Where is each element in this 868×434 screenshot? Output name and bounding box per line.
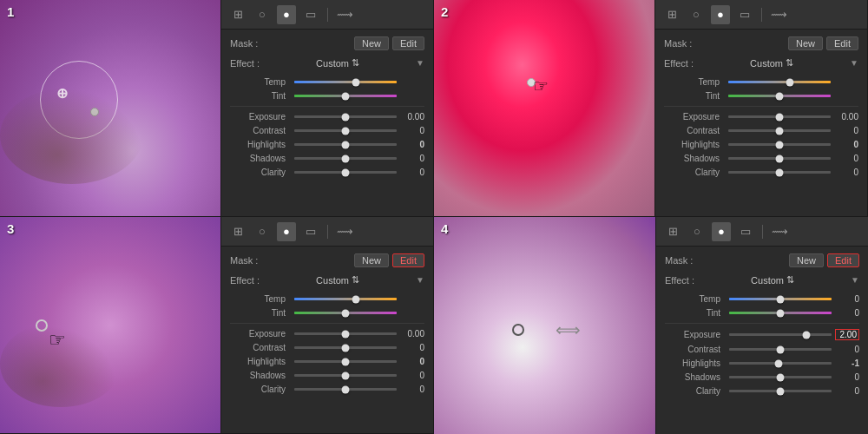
circle-tool-q3[interactable]: ○ <box>253 222 272 241</box>
shadows-slider-q3: Shadows 0 <box>230 371 424 380</box>
tint-track-q3[interactable] <box>294 312 397 314</box>
exposure-track-q2[interactable] <box>728 115 831 118</box>
highlights-handle-q3[interactable] <box>342 358 350 365</box>
brush-tool[interactable]: ⟿ <box>335 5 354 24</box>
highlights-track-q2[interactable] <box>728 143 831 146</box>
edit-btn-q3[interactable]: Edit <box>392 253 424 267</box>
shadows-handle-q4[interactable] <box>777 373 785 381</box>
contrast-track-q1[interactable] <box>294 129 397 132</box>
tint-track-q2[interactable] <box>728 95 831 97</box>
clarity-handle-q2[interactable] <box>776 168 784 176</box>
brush-tool-q2[interactable]: ⟿ <box>769 5 788 24</box>
contrast-handle-q2[interactable] <box>776 127 784 135</box>
exposure-handle-q4[interactable] <box>802 331 810 339</box>
photo-q1[interactable]: 1 ⊕ <box>0 0 220 216</box>
shadows-track-q1[interactable] <box>294 157 397 160</box>
effect-select-q4[interactable]: Custom ⇅ <box>751 274 794 286</box>
shadows-handle-q1[interactable] <box>342 155 350 162</box>
clarity-handle-q4[interactable] <box>777 387 785 395</box>
edit-btn-q4[interactable]: Edit <box>827 253 859 267</box>
clarity-track-q2[interactable] <box>728 171 831 174</box>
tint-handle-q4[interactable] <box>777 309 785 317</box>
exposure-handle-q2[interactable] <box>776 113 784 121</box>
tint-handle-q1[interactable] <box>342 92 350 100</box>
clarity-track-q4[interactable] <box>729 390 832 392</box>
grid-tool-q4[interactable]: ⊞ <box>663 222 682 241</box>
tint-handle-q2[interactable] <box>776 92 784 100</box>
highlights-track-q1[interactable] <box>294 143 397 146</box>
effect-select-q3[interactable]: Custom ⇅ <box>316 274 359 286</box>
contrast-track-q3[interactable] <box>294 346 397 349</box>
highlights-handle-q2[interactable] <box>776 141 784 148</box>
exposure-handle-q3[interactable] <box>342 330 350 338</box>
new-btn-q4[interactable]: New <box>789 253 824 267</box>
shadows-track-q3[interactable] <box>294 374 397 377</box>
photo-q2[interactable]: 2 ☞ <box>434 0 654 216</box>
temp-handle-q4[interactable] <box>777 295 785 303</box>
highlights-track-q3[interactable] <box>294 360 397 363</box>
bird-shape <box>0 87 143 184</box>
shadows-track-q4[interactable] <box>729 376 832 378</box>
shadows-handle-q3[interactable] <box>342 372 350 379</box>
dot-handle-q2[interactable] <box>527 78 536 87</box>
circle-tool[interactable]: ○ <box>253 5 272 24</box>
highlights-handle-q1[interactable] <box>342 141 350 148</box>
circle-tool-q4[interactable]: ○ <box>687 222 707 241</box>
clarity-handle-q3[interactable] <box>342 385 350 393</box>
photo-q4[interactable]: 4 ⟺ <box>434 217 655 434</box>
clarity-track-q1[interactable] <box>294 171 397 174</box>
new-btn-q3[interactable]: New <box>354 253 389 267</box>
brush-tool-q4[interactable]: ⟿ <box>770 222 789 241</box>
dot-tool-q2[interactable]: ● <box>711 5 730 24</box>
tint-handle-q3[interactable] <box>342 309 350 317</box>
tint-track-q4[interactable] <box>729 312 832 314</box>
temp-slider-q2: Temp <box>664 77 858 87</box>
temp-track-q3[interactable] <box>294 298 397 300</box>
new-btn-q2[interactable]: New <box>788 36 823 50</box>
exposure-track-q1[interactable] <box>294 115 397 118</box>
photo-q3[interactable]: 3 ☞ <box>0 217 220 433</box>
edit-btn-q1[interactable]: Edit <box>392 36 424 50</box>
contrast-track-q2[interactable] <box>728 129 831 132</box>
dot-tool-q4[interactable]: ● <box>712 222 731 241</box>
highlights-handle-q4[interactable] <box>774 359 782 367</box>
grid-tool[interactable]: ⊞ <box>228 5 247 24</box>
shadows-track-q2[interactable] <box>728 157 831 160</box>
grid-tool-q3[interactable]: ⊞ <box>228 222 247 241</box>
clarity-value-q1: 0 <box>400 168 424 177</box>
rect-tool-q2[interactable]: ▭ <box>735 5 754 24</box>
temp-track-q4[interactable] <box>729 298 832 300</box>
shadows-handle-q2[interactable] <box>776 155 784 162</box>
circle-tool-q2[interactable]: ○ <box>687 5 706 24</box>
panel-q1: ⊞ ○ ● ▭ ⟿ Mask : New Edit Effect : Custo… <box>220 0 433 216</box>
rect-tool-q3[interactable]: ▭ <box>301 222 320 241</box>
grid-tool-q2[interactable]: ⊞ <box>662 5 681 24</box>
contrast-handle-q4[interactable] <box>777 345 785 353</box>
edit-btn-q2[interactable]: Edit <box>826 36 858 50</box>
effect-select-q1[interactable]: Custom ⇅ <box>316 57 359 69</box>
temp-track-q1[interactable] <box>294 81 397 83</box>
brush-tool-q3[interactable]: ⟿ <box>335 222 354 241</box>
temp-handle-q3[interactable] <box>352 295 359 303</box>
temp-fill-q3 <box>294 298 397 300</box>
tint-track-q1[interactable] <box>294 95 397 97</box>
clarity-handle-q1[interactable] <box>342 168 350 176</box>
rect-tool-q4[interactable]: ▭ <box>736 222 755 241</box>
highlights-track-q4[interactable] <box>729 362 832 365</box>
contrast-handle-q3[interactable] <box>342 344 350 352</box>
contrast-handle-q1[interactable] <box>342 127 350 135</box>
dot-tool[interactable]: ● <box>277 5 296 24</box>
exposure-handle-q1[interactable] <box>342 113 350 121</box>
clarity-track-q3[interactable] <box>294 388 397 391</box>
effect-label-q1: Effect : <box>230 58 260 69</box>
contrast-track-q4[interactable] <box>729 348 832 351</box>
temp-track-q2[interactable] <box>728 81 831 83</box>
rect-tool[interactable]: ▭ <box>301 5 320 24</box>
temp-handle-q2[interactable] <box>786 78 793 86</box>
exposure-track-q3[interactable] <box>294 332 397 335</box>
new-btn-q1[interactable]: New <box>354 36 389 50</box>
temp-handle-q1[interactable] <box>352 78 359 86</box>
effect-select-q2[interactable]: Custom ⇅ <box>750 57 793 69</box>
exposure-track-q4[interactable] <box>729 333 832 336</box>
dot-tool-q3[interactable]: ● <box>277 222 296 241</box>
